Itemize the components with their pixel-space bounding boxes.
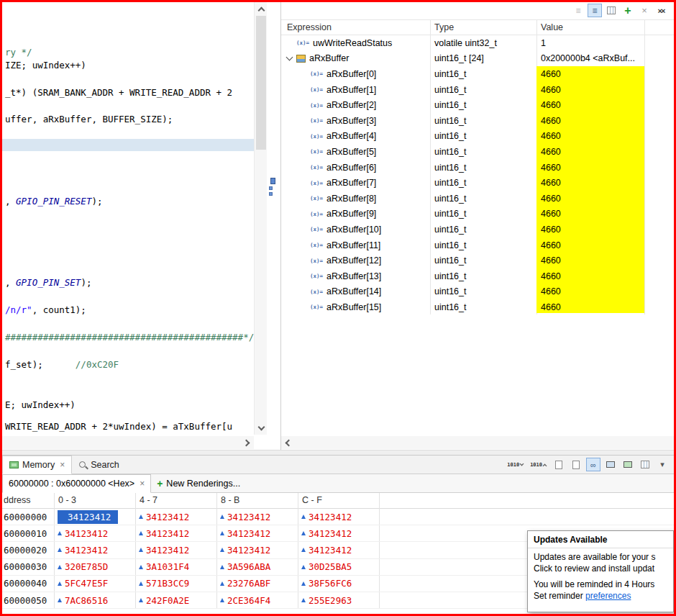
memory-cell[interactable]: 5FC47E5F <box>54 578 135 589</box>
memory-cell[interactable]: 34123412 <box>216 512 298 522</box>
expressions-horizontal-scrollbar[interactable] <box>281 436 675 449</box>
expression-row[interactable]: (x)=aRxBuffer[13]uint16_t4660 <box>281 268 675 284</box>
expression-cell: (x)=aRxBuffer[5] <box>281 147 430 157</box>
view-menu-icon[interactable]: ▾ <box>655 458 670 471</box>
memory-cell[interactable]: 34123412 <box>54 528 135 539</box>
expression-row[interactable]: (x)=aRxBuffer[9]uint16_t4660 <box>281 207 675 222</box>
editor-horizontal-scrollbar[interactable] <box>2 436 254 449</box>
memory-cell[interactable]: 255E2963 <box>298 595 379 606</box>
link-rendering-icon[interactable]: ∞ <box>586 458 600 471</box>
memory-cell[interactable]: 34123412 <box>54 510 135 524</box>
preferences-link[interactable]: preferences <box>585 591 631 601</box>
memory-cell[interactable]: 38F56FC6 <box>298 578 379 589</box>
memory-cell[interactable]: 320E785D <box>54 561 135 572</box>
expressions-table-header[interactable]: Expression Type Value <box>281 19 675 35</box>
remove-expression-icon[interactable]: × <box>637 4 652 17</box>
expression-type: uint16_t <box>430 271 536 281</box>
expression-row[interactable]: (x)=aRxBuffer[2]uint16_t4660 <box>281 97 675 113</box>
scroll-up-button[interactable] <box>255 2 268 15</box>
scroll-right-button[interactable] <box>241 436 254 449</box>
expression-row[interactable]: (x)=aRxBuffer[1]uint16_t4660 <box>281 82 675 98</box>
memory-cell[interactable]: 34123412 <box>135 512 216 522</box>
collapse-all-icon[interactable]: ≡ <box>571 4 585 17</box>
column-header-8-b[interactable]: 8 - B <box>221 495 239 505</box>
new-memory-view-icon[interactable] <box>552 458 566 471</box>
memory-cell[interactable]: 34123412 <box>216 545 298 556</box>
memory-cell[interactable]: 34123412 <box>298 528 379 539</box>
tab-memory[interactable]: Memory × <box>2 456 72 474</box>
scrollbar-thumb[interactable] <box>256 16 266 150</box>
memory-cell[interactable]: 3A596ABA <box>216 561 298 572</box>
memory-cell[interactable]: 34123412 <box>216 528 298 539</box>
scroll-down-button[interactable] <box>255 422 268 435</box>
toggle-ascii-icon[interactable]: 1010 <box>506 458 526 471</box>
expression-row[interactable]: (x)=aRxBuffer[10]uint16_t4660 <box>281 222 675 237</box>
remove-all-expressions-icon[interactable]: ×× <box>654 4 668 17</box>
close-icon[interactable]: × <box>60 460 65 470</box>
expression-row[interactable]: (x)=aRxBuffer[15]uint16_t4660 <box>281 299 675 313</box>
column-header-type[interactable]: Type <box>434 22 454 32</box>
memory-address: 60000030 <box>2 561 54 572</box>
array-variable-icon <box>296 55 306 63</box>
scroll-left-button[interactable] <box>281 436 294 449</box>
code-line: uffer, aRxBuffer, BUFFER_SIZE); <box>5 114 173 124</box>
expander-chevron-icon[interactable] <box>286 54 293 61</box>
expression-row[interactable]: (x)=aRxBuffer[7]uint16_t4660 <box>281 175 675 191</box>
memory-cell[interactable]: 34123412 <box>54 545 135 556</box>
add-expression-icon[interactable]: + <box>621 4 635 17</box>
column-header-value[interactable]: Value <box>541 22 563 32</box>
memory-table-header[interactable]: ddress 0 - 3 4 - 7 8 - B C - F <box>2 493 674 509</box>
column-header-c-f[interactable]: C - F <box>302 495 322 505</box>
expression-row[interactable]: (x)=aRxBuffer[4]uint16_t4660 <box>281 129 675 145</box>
horizontal-sash[interactable] <box>2 450 674 456</box>
expression-row[interactable]: (x)=uwWriteReadStatusvolatile uint32_t1 <box>281 35 675 51</box>
memory-cell-selected-value[interactable]: 34123412 <box>58 510 118 524</box>
memory-cell[interactable]: 242F0A2E <box>135 595 216 606</box>
memory-cell[interactable]: 34123412 <box>298 545 379 556</box>
expression-row[interactable]: (x)=aRxBuffer[5]uint16_t4660 <box>281 144 675 160</box>
changed-value-marker-icon <box>58 565 62 569</box>
new-rendering-panel-icon[interactable] <box>621 458 635 471</box>
annotation-marker[interactable] <box>270 178 275 184</box>
export-memory-icon[interactable] <box>569 458 583 471</box>
expression-row[interactable]: (x)=aRxBuffer[3]uint16_t4660 <box>281 113 675 129</box>
sash-grip[interactable] <box>269 186 273 190</box>
expression-name: aRxBuffer <box>309 53 349 63</box>
sash-grip[interactable] <box>269 192 273 196</box>
editor-vertical-scrollbar[interactable] <box>254 2 267 435</box>
expression-row[interactable]: (x)=aRxBuffer[14]uint16_t4660 <box>281 284 675 300</box>
expression-row[interactable]: (x)=aRxBuffer[8]uint16_t4660 <box>281 191 675 207</box>
memory-cell[interactable]: 23276ABF <box>216 578 298 589</box>
layout-columns-icon[interactable] <box>638 458 652 471</box>
tab-hex-rendering[interactable]: 60000000 : 0x60000000 <Hex> × <box>2 474 151 493</box>
memory-cell[interactable]: 7AC86516 <box>54 595 135 606</box>
column-header-address[interactable]: ddress <box>4 495 31 505</box>
expression-row[interactable]: aRxBufferuint16_t [24]0x200000b4 <aRxBuf… <box>281 51 675 67</box>
expression-row[interactable]: (x)=aRxBuffer[6]uint16_t4660 <box>281 160 675 176</box>
layout-menu-icon[interactable] <box>604 4 618 17</box>
tab-new-renderings[interactable]: + New Renderings... <box>151 474 246 493</box>
tree-view-toggle-icon[interactable]: ≡ <box>588 4 602 17</box>
updates-popup[interactable]: Updates Available Updates are available … <box>527 530 674 612</box>
memory-cell[interactable]: 30D25BA5 <box>298 561 379 572</box>
expression-value: 4660 <box>536 191 644 207</box>
split-rendering-icon[interactable] <box>603 458 618 471</box>
expression-row[interactable]: (x)=aRxBuffer[11]uint16_t4660 <box>281 237 675 253</box>
memory-cell[interactable]: 34123412 <box>135 528 216 539</box>
memory-cell[interactable]: 3A1031F4 <box>135 561 216 572</box>
tab-search[interactable]: Search <box>72 456 126 474</box>
memory-cell[interactable]: 2CE364F4 <box>216 595 298 606</box>
memory-cell-value: 34123412 <box>146 545 189 556</box>
expression-cell: (x)=aRxBuffer[9] <box>281 209 430 219</box>
toggle-hex-icon[interactable]: 1010 <box>529 458 549 471</box>
column-header-4-7[interactable]: 4 - 7 <box>140 495 157 505</box>
expression-row[interactable]: (x)=aRxBuffer[0]uint16_t4660 <box>281 66 675 82</box>
memory-cell[interactable]: 34123412 <box>298 512 379 522</box>
close-icon[interactable]: × <box>140 479 145 489</box>
column-header-0-3[interactable]: 0 - 3 <box>58 495 76 505</box>
memory-cell[interactable]: 571B3CC9 <box>135 578 216 589</box>
memory-cell[interactable]: 34123412 <box>135 545 216 556</box>
expression-row[interactable]: (x)=aRxBuffer[12]uint16_t4660 <box>281 253 675 268</box>
code-editor[interactable]: ry */ IZE; uwIndex++) _t*) (SRAM_BANK_AD… <box>2 2 254 435</box>
column-header-expression[interactable]: Expression <box>287 22 332 32</box>
